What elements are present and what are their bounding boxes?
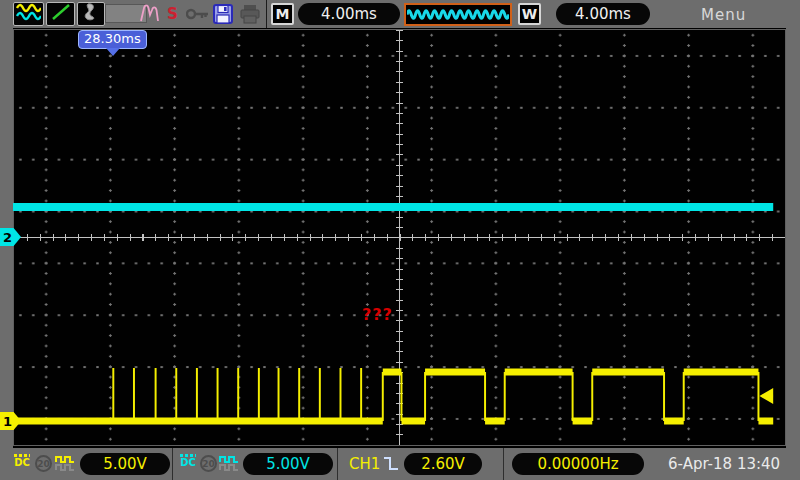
- lock-key-icon[interactable]: [186, 8, 210, 20]
- ch1-trace-levels: [13, 372, 773, 421]
- right-bezel: [786, 28, 800, 448]
- display-button[interactable]: [46, 2, 75, 26]
- copy-screen-button[interactable]: [77, 2, 105, 26]
- ch1-trace-edges: [113, 368, 758, 421]
- statusbar-separator: [503, 448, 504, 480]
- delay-badge-pointer: [106, 48, 120, 56]
- print-icon[interactable]: [239, 3, 261, 25]
- save-icon[interactable]: [212, 3, 234, 25]
- snapshot-icon: [81, 2, 101, 26]
- statusbar-separator: [172, 448, 173, 480]
- main-timebase-label: M: [271, 3, 294, 25]
- ch1-coupling-icon: DC: [12, 454, 32, 468]
- ch2-scale-readout: 5.00V: [243, 453, 333, 475]
- stop-indicator: S: [167, 5, 178, 23]
- window-timebase-value: 4.00ms: [556, 3, 650, 25]
- ch2-bandwidth-icon: 20: [200, 455, 217, 472]
- statusbar-separator: [337, 448, 338, 480]
- sine-burst-icon: [407, 6, 509, 23]
- window-zone-indicator[interactable]: [404, 3, 512, 26]
- top-toolbar: S M 4.00ms: [0, 0, 800, 28]
- warning-text: ???: [362, 305, 393, 324]
- toolbar-separator: [266, 0, 267, 28]
- main-timebase-value: 4.00ms: [298, 3, 400, 25]
- channels-button[interactable]: [13, 2, 44, 26]
- menu-button[interactable]: Menu: [701, 6, 746, 24]
- datetime-label: 6-Apr-18 13:40: [668, 455, 780, 473]
- trigger-level-arrow: [759, 388, 773, 404]
- channel-waves-icon: [16, 2, 41, 26]
- ch1-bandwidth-icon: 20: [35, 455, 52, 472]
- delay-time-badge[interactable]: 28.30ms: [78, 30, 147, 49]
- ch2-probe-icon: [219, 455, 240, 476]
- ch2-coupling-icon: DC: [178, 454, 198, 468]
- measure-wave-icon[interactable]: [139, 3, 160, 24]
- status-bar: DC 20 5.00V DC 20 5.00V CH1: [0, 448, 800, 480]
- oscilloscope-screen: S M 4.00ms: [0, 0, 800, 480]
- window-timebase-label: W: [518, 3, 541, 25]
- line-icon: [50, 2, 72, 26]
- waveform-canvas: [13, 29, 786, 446]
- trigger-level-readout: 2.60V: [404, 453, 482, 475]
- frequency-readout: 0.00000Hz: [512, 453, 644, 475]
- ch1-scale-readout: 5.00V: [80, 453, 170, 475]
- falling-edge-icon: [382, 454, 400, 477]
- ch1-probe-icon: [55, 455, 76, 476]
- trigger-source-label: CH1: [349, 455, 380, 473]
